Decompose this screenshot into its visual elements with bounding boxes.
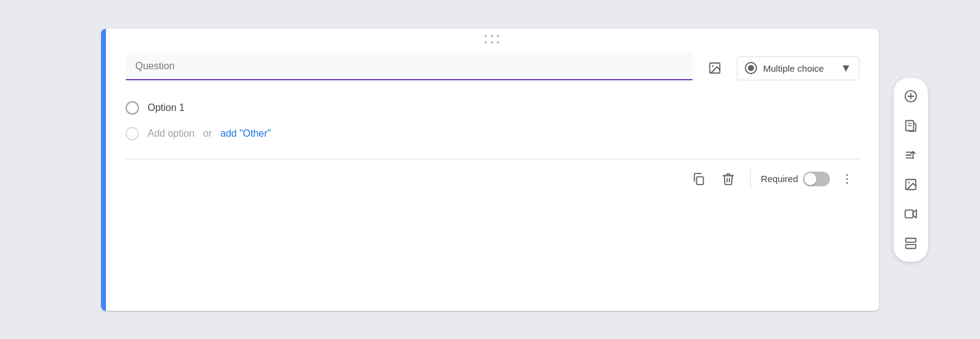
add-option-radio [126, 127, 139, 140]
card-bottom: Required [106, 159, 879, 199]
video-icon [904, 207, 918, 221]
options-section: Option 1 Add option or add "Other" [106, 90, 879, 159]
drag-handle-dots [484, 35, 500, 45]
add-other-link[interactable]: add "Other" [221, 128, 271, 139]
image-icon [708, 61, 722, 75]
or-text: or [203, 128, 212, 139]
duplicate-button[interactable] [687, 167, 711, 191]
required-toggle[interactable] [803, 172, 830, 186]
question-image-button[interactable] [703, 56, 727, 80]
page-wrapper: Multiple choice ▼ Option 1 Add option or… [0, 0, 980, 339]
image-sidebar-icon [904, 178, 918, 191]
svg-rect-16 [906, 238, 916, 242]
question-type-selector[interactable]: Multiple choice ▼ [737, 56, 859, 80]
svg-rect-17 [906, 244, 916, 248]
chevron-down-icon: ▼ [840, 62, 851, 75]
more-options-button[interactable] [835, 167, 859, 191]
delete-button[interactable] [716, 167, 741, 191]
text-format-icon [904, 148, 918, 162]
add-video-button[interactable] [897, 200, 924, 227]
duplicate-icon [692, 172, 706, 186]
question-card: Multiple choice ▼ Option 1 Add option or… [101, 29, 879, 311]
delete-icon [722, 172, 735, 186]
add-title-button[interactable] [897, 142, 924, 169]
radio-icon [745, 62, 757, 74]
add-section-button[interactable] [897, 230, 924, 257]
more-vert-icon [840, 172, 854, 186]
type-selector-label: Multiple choice [763, 63, 834, 74]
option-1-radio[interactable] [126, 101, 139, 115]
add-option-text[interactable]: Add option [148, 128, 195, 139]
toggle-knob [804, 173, 816, 185]
question-underline [126, 79, 693, 80]
toolbar-divider [750, 169, 751, 189]
right-sidebar [894, 78, 928, 262]
svg-point-5 [846, 182, 848, 184]
svg-point-4 [846, 178, 848, 180]
card-top: Multiple choice ▼ [106, 48, 879, 90]
svg-point-13 [908, 181, 910, 183]
drag-handle[interactable] [106, 29, 879, 48]
svg-rect-2 [696, 177, 703, 185]
add-image-sidebar-button[interactable] [897, 171, 924, 198]
svg-point-3 [846, 174, 848, 176]
question-input[interactable] [126, 53, 693, 79]
add-circle-icon [904, 90, 918, 103]
import-icon [904, 119, 918, 132]
add-option-row: Add option or add "Other" [126, 121, 859, 147]
svg-point-1 [712, 65, 714, 67]
required-label: Required [761, 173, 798, 184]
radio-icon-inner [748, 65, 754, 71]
option-1-row: Option 1 [126, 95, 859, 121]
add-question-button[interactable] [897, 83, 924, 110]
svg-rect-14 [905, 210, 913, 218]
section-icon [904, 237, 918, 250]
question-input-wrap [126, 53, 693, 80]
import-question-button[interactable] [897, 112, 924, 139]
option-1-text: Option 1 [148, 102, 184, 113]
